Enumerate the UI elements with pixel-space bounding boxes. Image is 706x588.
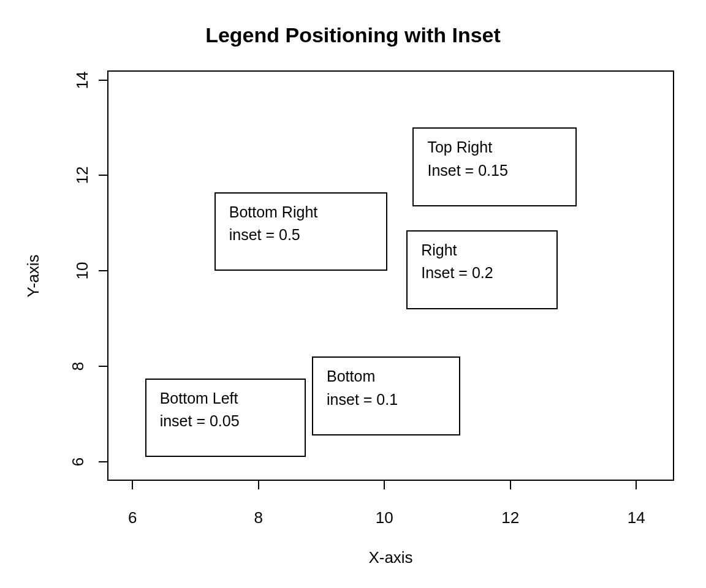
x-tick-label: 12: [501, 508, 519, 527]
y-tick-label: 10: [73, 262, 92, 280]
legend-line: Bottom Left: [160, 387, 291, 410]
x-axis-label: X-axis: [107, 548, 674, 567]
x-tick-mark: [384, 481, 385, 489]
y-axis-label: Y-axis: [25, 70, 43, 481]
legend-box: Bottom Leftinset = 0.05: [145, 379, 306, 458]
legend-line: Bottom: [327, 365, 446, 388]
legend-box: RightInset = 0.2: [406, 230, 558, 309]
x-tick-mark: [132, 481, 133, 489]
y-axis-label-text: Y-axis: [25, 254, 44, 297]
y-tick-label: 8: [69, 362, 88, 371]
y-tick-mark: [99, 175, 107, 176]
x-tick-label: 8: [254, 508, 262, 527]
x-tick-label: 6: [128, 508, 137, 527]
legend-line: Inset = 0.15: [427, 159, 561, 183]
x-tick-mark: [636, 481, 637, 489]
legend-line: Top Right: [427, 136, 561, 159]
legend-line: Bottom Right: [229, 201, 373, 224]
y-tick-label: 12: [73, 167, 92, 184]
legend-line: Inset = 0.2: [421, 262, 543, 285]
chart-canvas: Legend Positioning with Inset Y-axis X-a…: [0, 0, 706, 588]
legend-line: inset = 0.5: [229, 224, 373, 247]
legend-box: Top RightInset = 0.15: [412, 127, 576, 206]
y-tick-label: 6: [69, 458, 88, 466]
legend-line: inset = 0.05: [160, 410, 291, 433]
y-tick-mark: [99, 80, 107, 81]
x-tick-label: 10: [376, 508, 393, 527]
x-tick-label: 14: [628, 508, 645, 527]
legend-box: Bottom Rightinset = 0.5: [214, 192, 388, 271]
y-tick-mark: [99, 461, 107, 462]
y-tick-mark: [99, 366, 107, 367]
y-tick-mark: [99, 270, 107, 271]
x-tick-mark: [510, 481, 511, 489]
legend-line: Right: [421, 239, 543, 262]
legend-line: inset = 0.1: [327, 388, 446, 412]
legend-box: Bottominset = 0.1: [312, 356, 460, 435]
chart-title: Legend Positioning with Inset: [0, 23, 706, 47]
x-tick-mark: [258, 481, 259, 489]
y-tick-label: 14: [73, 71, 92, 89]
